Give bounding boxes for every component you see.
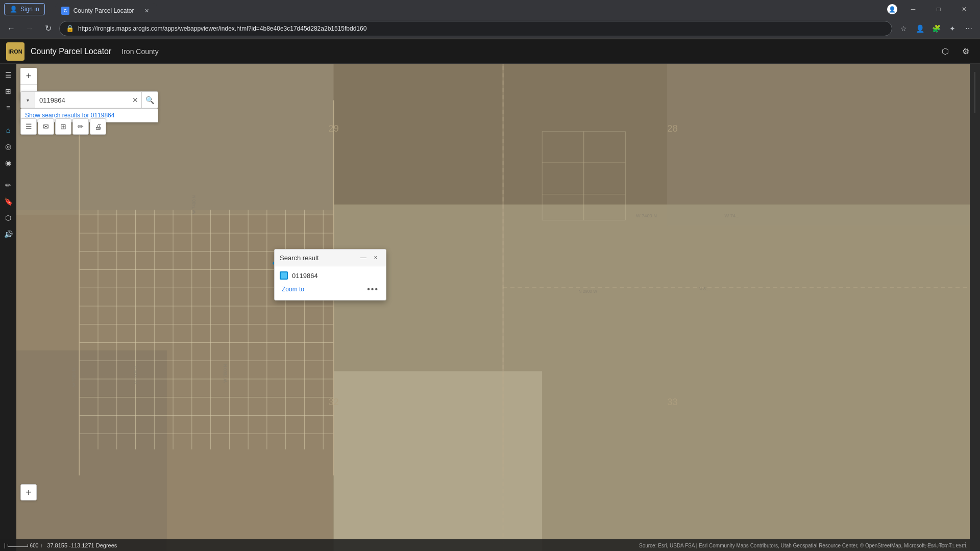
svg-text:W 74...: W 74... [725,213,740,218]
header-actions: ⬡ ⚙ [937,43,974,60]
svg-rect-53 [584,194,626,220]
popup-body: 0119864 Zoom to ••• [275,266,386,300]
svg-rect-0 [0,64,980,551]
sign-in-label: Sign in [20,6,39,13]
sidebar-bookmark-button[interactable]: 🔖 [1,194,15,209]
popup-close-button[interactable]: × [371,253,381,263]
settings-button[interactable]: ⚙ [958,43,974,60]
map-attribution: Source: Esri, USDA FSA | Esri Community … [639,543,955,548]
scale-bar: | 600 ↑ [4,543,43,548]
forward-button[interactable]: → [22,21,37,36]
svg-text:W 7400 N: W 7400 N [636,213,657,218]
svg-rect-52 [542,194,584,220]
tab-title: County Parcel Locator [74,7,134,14]
app-logo: IRON [6,42,24,61]
svg-rect-1 [0,64,334,215]
reload-button[interactable]: ↻ [41,21,55,36]
svg-text:28: 28 [667,123,677,134]
map-area[interactable]: 29 28 32 33 W 7400 N W 7000 N W 7000 N W… [0,64,980,551]
svg-text:29: 29 [328,123,338,134]
right-sidebar-icons [973,68,976,547]
add-widget-button[interactable]: + [20,484,37,500]
coordinates-text: 37.8155 -113.1271 Degrees [47,542,117,548]
tool-draw-button[interactable]: ✏ [72,118,89,135]
search-go-button[interactable]: 🔍 [141,92,158,108]
svg-rect-3 [667,64,980,226]
search-dropdown-button[interactable]: ▾ [21,92,35,108]
extensions-button[interactable]: 🧩 [929,21,943,36]
map-svg-overlay: 29 28 32 33 W 7400 N W 7000 N W 7000 N W… [0,64,980,551]
svg-text:32: 32 [328,396,338,407]
url-text: https://irongis.maps.arcgis.com/apps/web… [78,25,366,32]
zoom-to-link[interactable]: Zoom to [282,286,304,293]
map-background: 29 28 32 33 W 7400 N W 7000 N W 7000 N W… [0,64,980,551]
more-options-button[interactable]: ••• [367,285,379,294]
minimize-button[interactable]: ─ [901,1,925,17]
sidebar-home-button[interactable]: ⌂ [1,123,15,137]
popup-controls: — × [358,253,381,263]
county-name: Iron County [121,47,158,56]
menu-button[interactable]: ⋯ [962,21,976,36]
tab-close-button[interactable]: ✕ [143,7,151,15]
tool-list-button[interactable]: ☰ [20,118,37,135]
search-bar: ▾ ✕ 🔍 [20,91,158,109]
browser-tabs: C County Parcel Locator ✕ [55,0,887,18]
sidebar-layers-button[interactable]: ⊞ [1,84,15,98]
browser-titlebar: 👤 Sign in C County Parcel Locator ✕ 👤 ─ … [0,0,980,18]
svg-text:W 7000 N: W 7000 N [223,364,228,383]
sidebar-compass-button[interactable]: ◉ [1,156,15,170]
close-button[interactable]: ✕ [952,1,976,17]
popup-actions: Zoom to ••• [280,284,381,295]
share-button[interactable]: ⬡ [937,43,953,60]
map-toolbar: ☰ ✉ ⊞ ✏ 🖨 [20,118,106,135]
back-button[interactable]: ← [4,21,18,36]
maximize-button[interactable]: □ [927,1,950,17]
browser-toolbar: ← → ↻ 🔒 https://irongis.maps.arcgis.com/… [0,18,980,39]
sidebar-directions-button[interactable]: ⬡ [1,211,15,225]
search-hint-prefix: Show search results for [25,112,89,119]
profile-icon[interactable]: 👤 [887,4,897,14]
svg-rect-48 [542,132,584,163]
svg-rect-2 [334,64,668,205]
add-widget-area: + [20,484,37,500]
result-id: 0119864 [292,272,318,280]
popup-header: Search result — × [275,249,386,266]
svg-rect-50 [542,163,584,194]
svg-rect-51 [584,163,626,194]
popup-minimize-button[interactable]: — [358,253,369,263]
zoom-in-button[interactable]: + [20,68,37,84]
result-row: 0119864 [280,271,381,280]
sidebar-edit-button[interactable]: ✏ [1,178,15,192]
tool-grid-button[interactable]: ⊞ [55,118,71,135]
address-bar[interactable]: 🔒 https://irongis.maps.arcgis.com/apps/w… [59,21,892,36]
sidebar-menu-button[interactable]: ☰ [1,68,15,82]
right-sidebar [970,64,980,551]
search-input[interactable] [35,92,129,108]
search-clear-button[interactable]: ✕ [129,92,141,108]
tool-print-button[interactable]: 🖨 [90,118,106,135]
toolbar-actions: ☆ 👤 🧩 ✦ ⋯ [896,21,976,36]
svg-text:W 7400 N: W 7400 N [192,195,197,214]
svg-text:N 3...: N 3... [699,286,710,291]
tab-favicon: C [61,7,69,15]
svg-rect-49 [584,132,626,163]
active-tab[interactable]: C County Parcel Locator ✕ [55,3,157,18]
bookmark-button[interactable]: ☆ [896,21,911,36]
search-hint-value: 0119864 [91,112,115,119]
profile-action-button[interactable]: 👤 [913,21,927,36]
tool-email-button[interactable]: ✉ [38,118,54,135]
sidebar-locate-button[interactable]: ◎ [1,139,15,154]
svg-text:33: 33 [667,396,677,407]
popup-title: Search result [280,254,319,262]
svg-rect-5 [334,205,980,551]
search-container: ▾ ✕ 🔍 Show search results for 0119864 [20,91,158,122]
app-title: County Parcel Locator [31,47,111,56]
copilot-button[interactable]: ✦ [945,21,960,36]
left-sidebar: ☰ ⊞ ≡ ⌂ ◎ ◉ ✏ 🔖 ⬡ 🔊 [0,64,16,551]
result-icon [280,271,288,280]
sidebar-sound-button[interactable]: 🔊 [1,227,15,241]
browser-chrome: 👤 Sign in C County Parcel Locator ✕ 👤 ─ … [0,0,980,39]
right-sidebar-divider [974,72,975,113]
sidebar-legend-button[interactable]: ≡ [1,101,15,115]
sign-in-button[interactable]: 👤 Sign in [4,3,45,15]
